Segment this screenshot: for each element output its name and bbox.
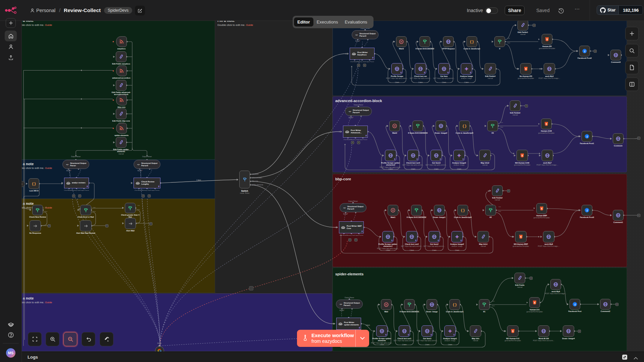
svg-text:5: 5 [546, 38, 548, 41]
svg-text:{}: {} [32, 182, 36, 186]
svg-text:5: 5 [541, 208, 542, 210]
svg-text:<>: <> [355, 34, 358, 36]
svg-text:{}: {} [462, 124, 466, 128]
svg-text:<>: <> [66, 163, 69, 166]
svg-text:5: 5 [534, 302, 535, 304]
svg-text:5: 5 [525, 68, 527, 70]
svg-text:{}: {} [469, 40, 474, 44]
svg-text:5: 5 [512, 330, 513, 332]
svg-text:{}: {} [460, 209, 465, 213]
svg-text:<>: <> [349, 110, 351, 112]
svg-text:5: 5 [546, 123, 547, 125]
svg-text:5: 5 [520, 236, 522, 238]
svg-text:<>: <> [340, 303, 342, 305]
svg-text:<>: <> [343, 207, 346, 209]
svg-text:5: 5 [522, 154, 523, 157]
svg-text:<>: <> [137, 163, 140, 166]
svg-text:{}: {} [452, 303, 457, 307]
